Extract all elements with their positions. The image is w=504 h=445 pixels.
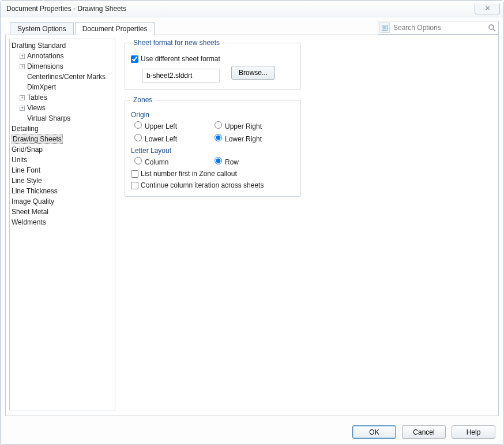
sheet-format-path-input[interactable] (142, 69, 220, 83)
tab-document-properties[interactable]: Document Properties (75, 22, 155, 35)
close-button[interactable]: ✕ (475, 3, 500, 14)
tree-tables[interactable]: +Tables (10, 92, 114, 103)
dialog-window: Document Properties - Drawing Sheets ✕ S… (0, 0, 504, 445)
tree-detailing[interactable]: Detailing (10, 124, 114, 134)
group-zones-title: Zones (131, 96, 155, 104)
content-area: Drafting Standard +Annotations +Dimensio… (5, 35, 499, 416)
tree-image-quality[interactable]: Image Quality (10, 196, 114, 207)
use-different-format-input[interactable] (131, 55, 138, 63)
tree-dimensions[interactable]: +Dimensions (10, 61, 114, 72)
browse-button[interactable]: Browse... (231, 66, 275, 80)
tree-grid-snap[interactable]: Grid/Snap (10, 144, 114, 155)
cancel-button[interactable]: Cancel (402, 425, 446, 439)
tree-drafting-standard[interactable]: Drafting Standard (10, 40, 114, 51)
group-sheet-format-title: Sheet format for new sheets (131, 39, 222, 47)
tree-line-style[interactable]: Line Style (10, 175, 114, 186)
help-button[interactable]: Help (452, 425, 495, 439)
expand-icon[interactable]: + (20, 95, 25, 100)
origin-lower-right[interactable]: Lower Right (215, 134, 295, 143)
letter-layout-label: Letter Layout (131, 147, 295, 155)
origin-upper-right[interactable]: Upper Right (215, 121, 295, 130)
svg-point-4 (489, 25, 494, 29)
tree-centerlines[interactable]: Centerlines/Center Marks (10, 72, 114, 82)
tree-line-thickness[interactable]: Line Thickness (10, 186, 114, 196)
origin-upper-left[interactable]: Upper Left (134, 121, 215, 130)
origin-label: Origin (131, 111, 295, 119)
svg-line-5 (493, 29, 495, 31)
layout-column[interactable]: Column (134, 157, 215, 166)
tree-sheet-metal[interactable]: Sheet Metal (10, 207, 114, 217)
list-number-first-checkbox[interactable]: List number first in Zone callout (131, 170, 295, 178)
list-number-first-input[interactable] (131, 170, 138, 178)
close-icon: ✕ (485, 5, 490, 12)
tabs: System Options Document Properties (10, 21, 156, 35)
tree-line-font[interactable]: Line Font (10, 165, 114, 175)
tree-dimxpert[interactable]: DimXpert (10, 82, 114, 92)
tree-views[interactable]: +Views (10, 103, 114, 113)
titlebar: Document Properties - Drawing Sheets ✕ (1, 1, 503, 17)
search-options-icon (379, 23, 390, 33)
expand-icon[interactable]: + (20, 64, 25, 69)
ok-button[interactable]: OK (352, 425, 396, 439)
origin-radio-group: Upper Left Upper Right Lower Left Lower … (134, 121, 295, 143)
search-input[interactable] (392, 23, 487, 32)
continue-iteration-input[interactable] (131, 182, 138, 189)
use-different-format-checkbox[interactable]: Use different sheet format (131, 55, 295, 63)
group-zones: Zones Origin Upper Left Upper Right Lowe… (125, 96, 301, 197)
tree-weldments[interactable]: Weldments (10, 217, 114, 227)
tab-system-options[interactable]: System Options (10, 22, 74, 35)
group-sheet-format: Sheet format for new sheets Use differen… (125, 39, 301, 90)
nav-tree: Drafting Standard +Annotations +Dimensio… (9, 39, 115, 410)
main-panel: Sheet format for new sheets Use differen… (119, 35, 498, 416)
tab-bar: System Options Document Properties (1, 17, 503, 35)
tree-units[interactable]: Units (10, 155, 114, 165)
tree-virtual-sharps[interactable]: Virtual Sharps (10, 113, 114, 124)
window-title: Document Properties - Drawing Sheets (6, 5, 475, 13)
search-icon[interactable] (487, 24, 497, 32)
search-box[interactable] (378, 21, 499, 35)
origin-lower-left[interactable]: Lower Left (134, 134, 215, 143)
tree-drawing-sheets[interactable]: Drawing Sheets (10, 134, 114, 144)
expand-icon[interactable]: + (20, 54, 25, 59)
layout-row[interactable]: Row (215, 157, 295, 166)
expand-icon[interactable]: + (20, 106, 25, 111)
dialog-footer: OK Cancel Help (1, 421, 503, 444)
continue-iteration-checkbox[interactable]: Continue column iteration across sheets (131, 181, 295, 189)
tree-annotations[interactable]: +Annotations (10, 51, 114, 61)
letter-layout-radio-group: Column Row (134, 157, 295, 166)
